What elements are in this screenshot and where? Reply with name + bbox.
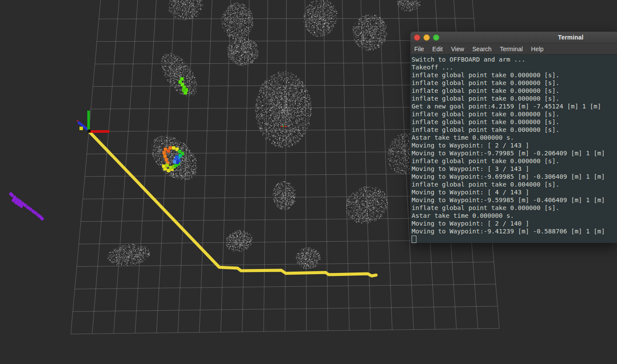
menu-item-terminal[interactable]: Terminal [500,46,523,52]
close-button[interactable] [414,34,420,41]
pointcloud-obstacle [151,135,197,180]
pointcloud-obstacle [272,181,296,210]
pointcloud-obstacle [108,244,151,266]
terminal-line: Switch to OFFBOARD and arm ... [412,56,617,63]
pointcloud-obstacle [226,230,252,253]
menu-item-file[interactable]: File [414,46,424,52]
terminal-line: Moving to Waypoint:-9.41239 [m] -0.58870… [412,227,617,235]
terminal-line: Astar take time 0.000000 s. [412,134,617,141]
terminal-line: inflate global point take 0.000000 [s]. [412,204,617,212]
terminal-line: Takeoff ... [412,63,617,71]
terminal-line: inflate global point take 0.000000 [s]. [412,95,617,102]
terminal-line: Moving to Waypoint: [ 2 / 143 ] [412,141,617,149]
pointcloud-obstacle [228,37,258,66]
origin-axes [77,112,108,133]
terminal-menubar: FileEditViewSearchTerminalHelp [410,43,617,55]
terminal-window[interactable]: Terminal FileEditViewSearchTerminalHelp … [410,32,617,243]
maximize-button[interactable] [433,34,439,41]
terminal-line: inflate global point take 0.000000 [s]. [412,157,617,165]
pointcloud-obstacle [168,0,203,20]
terminal-line: inflate global point take 0.000000 [s]. [412,110,617,118]
terminal-titlebar[interactable]: Terminal [410,32,617,43]
terminal-line: inflate global point take 0.000000 [s]. [412,79,617,87]
terminal-line: inflate global point take 0.000000 [s]. [412,118,617,126]
terminal-line: Moving to Waypoint:-9.59985 [m] -0.40640… [412,196,617,204]
terminal-line: Moving to Waypoint: [ 4 / 143 ] [412,188,617,196]
waypoint-marker [79,127,83,130]
terminal-line: Moving to Waypoint: [ 2 / 140 ] [412,220,617,227]
pointcloud-obstacle [353,14,387,51]
menu-item-view[interactable]: View [451,46,464,52]
terminal-line: inflate global point take 0.000000 [s]. [412,71,617,79]
terminal-line: inflate global point take 0.004000 [s]. [412,180,617,188]
terminal-output[interactable]: Switch to OFFBOARD and arm ...Takeoff ..… [410,55,617,243]
terminal-line: inflate global point take 0.000000 [s]. [412,87,617,95]
pointcloud-obstacle [161,53,198,96]
menu-item-search[interactable]: Search [472,46,492,52]
terminal-line: Moving to Waypoint:-9.79985 [m] -0.20640… [412,149,617,157]
terminal-cursor [412,236,416,243]
terminal-line: Astar take time 0.000000 s. [412,212,617,220]
purple-voxel-streak [9,192,44,221]
window-title: Terminal [558,34,584,41]
pointcloud-obstacle [296,247,320,269]
terminal-line: Moving to Waypoint: [ 3 / 143 ] [412,165,617,173]
terminal-line: Moving to Waypoint:-9.69985 [m] -0.30640… [412,173,617,180]
terminal-line: inflate global point take 0.000000 [s]. [412,126,617,134]
menu-item-help[interactable]: Help [531,46,544,52]
pointcloud-obstacle [255,71,312,148]
menu-item-edit[interactable]: Edit [432,46,443,52]
terminal-line: Get a new goal point:4.2159 [m] -7.45124… [412,102,617,110]
minimize-button[interactable] [423,34,430,41]
